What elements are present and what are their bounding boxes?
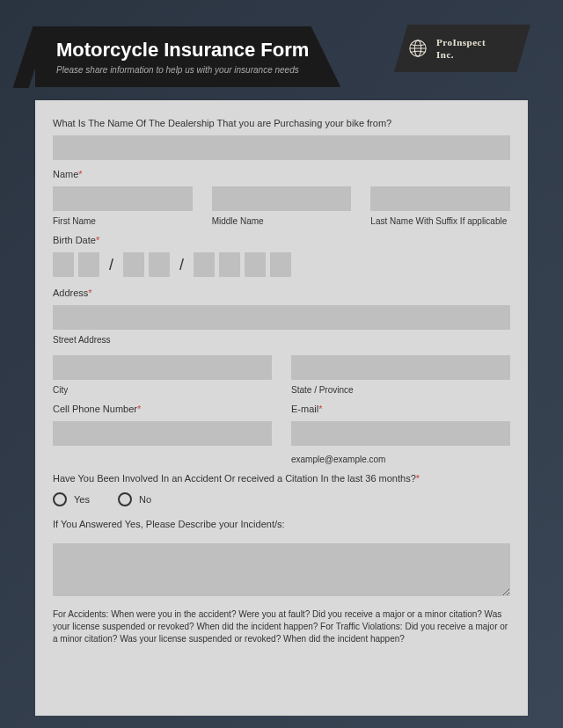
birth-date-row: / / <box>53 252 510 277</box>
birth-month-1[interactable] <box>53 252 74 277</box>
phone-label: Cell Phone Number* <box>53 404 272 414</box>
radio-no-label: No <box>139 494 151 505</box>
email-label: E-mail* <box>291 404 510 414</box>
street-address-label: Street Address <box>53 335 510 345</box>
radio-yes-label: Yes <box>74 494 90 505</box>
birth-day-1[interactable] <box>123 252 144 277</box>
dealership-input[interactable] <box>53 135 510 160</box>
incident-textarea[interactable] <box>53 543 510 596</box>
city-label: City <box>53 385 272 395</box>
logo-line2: Inc. <box>436 48 486 61</box>
middle-name-input[interactable] <box>212 186 352 211</box>
radio-yes[interactable]: Yes <box>53 492 90 506</box>
birth-year-3[interactable] <box>245 252 266 277</box>
last-name-label: Last Name With Suffix If applicable <box>370 216 510 226</box>
radio-circle-icon <box>53 492 67 506</box>
first-name-input[interactable] <box>53 186 193 211</box>
middle-name-label: Middle Name <box>212 216 352 226</box>
last-name-input[interactable] <box>370 186 510 211</box>
email-example: example@example.com <box>291 455 510 464</box>
birth-month-2[interactable] <box>78 252 99 277</box>
state-input[interactable] <box>291 355 510 380</box>
state-label: State / Province <box>291 385 510 395</box>
street-address-input[interactable] <box>53 305 510 330</box>
date-separator: / <box>109 256 113 274</box>
email-input[interactable] <box>291 421 510 446</box>
phone-input[interactable] <box>53 421 272 446</box>
form-header: Motorcycle Insurance Form Please share i… <box>35 26 528 88</box>
radio-circle-icon <box>118 492 132 506</box>
birth-year-4[interactable] <box>270 252 291 277</box>
city-input[interactable] <box>53 355 272 380</box>
first-name-label: First Name <box>53 216 193 226</box>
birth-year-2[interactable] <box>219 252 240 277</box>
accident-question: Have You Been Involved In an Accident Or… <box>53 473 510 484</box>
logo-text: ProInspect Inc. <box>436 36 486 62</box>
globe-icon <box>408 39 428 58</box>
form-body: What Is The Name Of The Dealership That … <box>35 100 528 716</box>
date-separator: / <box>179 256 184 274</box>
describe-label: If You Answered Yes, Please Describe you… <box>53 519 510 529</box>
name-label: Name* <box>53 169 510 179</box>
logo-line1: ProInspect <box>436 36 486 48</box>
birth-date-label: Birth Date* <box>53 235 510 245</box>
birth-day-2[interactable] <box>149 252 170 277</box>
address-label: Address* <box>53 288 510 298</box>
dealership-question: What Is The Name Of The Dealership That … <box>53 118 510 128</box>
birth-year-1[interactable] <box>194 252 215 277</box>
company-logo: ProInspect Inc. <box>394 25 530 72</box>
incident-hint: For Accidents: When were you in the acci… <box>53 608 510 645</box>
radio-no[interactable]: No <box>118 492 151 506</box>
